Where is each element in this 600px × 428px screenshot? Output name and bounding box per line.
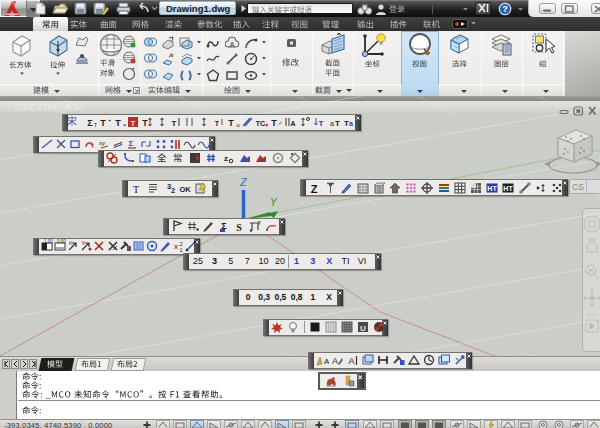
svg-text:xy: xy xyxy=(98,140,106,146)
svg-text:A: A xyxy=(291,120,296,127)
svg-text:T: T xyxy=(133,184,139,195)
svg-text:A: A xyxy=(332,356,338,366)
svg-text:0.00: 0.00 xyxy=(57,239,66,244)
svg-text:A: A xyxy=(324,357,329,366)
svg-text:2: 2 xyxy=(171,186,175,195)
svg-text:T: T xyxy=(115,118,121,128)
svg-text:Y: Y xyxy=(270,197,278,208)
svg-text:a: a xyxy=(330,120,334,127)
svg-text:1: 1 xyxy=(180,247,183,253)
svg-text:S: S xyxy=(237,222,243,233)
svg-text:Σ: Σ xyxy=(129,139,134,148)
svg-text:A: A xyxy=(230,41,235,48)
svg-text:a: a xyxy=(349,120,353,127)
svg-text:T: T xyxy=(142,118,148,128)
svg-text:HT: HT xyxy=(488,185,498,192)
svg-text:T: T xyxy=(228,118,234,128)
svg-text:z: z xyxy=(224,154,228,163)
svg-text:T: T xyxy=(215,120,220,127)
svg-text:OK: OK xyxy=(179,185,191,194)
svg-text:HT: HT xyxy=(504,185,514,192)
svg-text:T: T xyxy=(130,119,135,128)
svg-text:T: T xyxy=(171,119,176,128)
svg-text:x: x xyxy=(173,242,179,251)
svg-text:A: A xyxy=(348,356,354,366)
svg-text:T: T xyxy=(318,119,323,128)
svg-text:U: U xyxy=(360,324,366,333)
svg-text:T: T xyxy=(258,220,261,226)
svg-text:T: T xyxy=(335,119,340,128)
svg-text:TC: TC xyxy=(255,120,264,127)
svg-text:Z: Z xyxy=(239,176,248,188)
svg-text:1.00: 1.00 xyxy=(44,239,53,244)
svg-text:Z: Z xyxy=(311,183,318,195)
svg-text:?: ? xyxy=(502,4,508,14)
svg-text:T: T xyxy=(271,118,277,128)
svg-text:Σ: Σ xyxy=(87,118,93,128)
svg-text:T: T xyxy=(101,118,107,128)
